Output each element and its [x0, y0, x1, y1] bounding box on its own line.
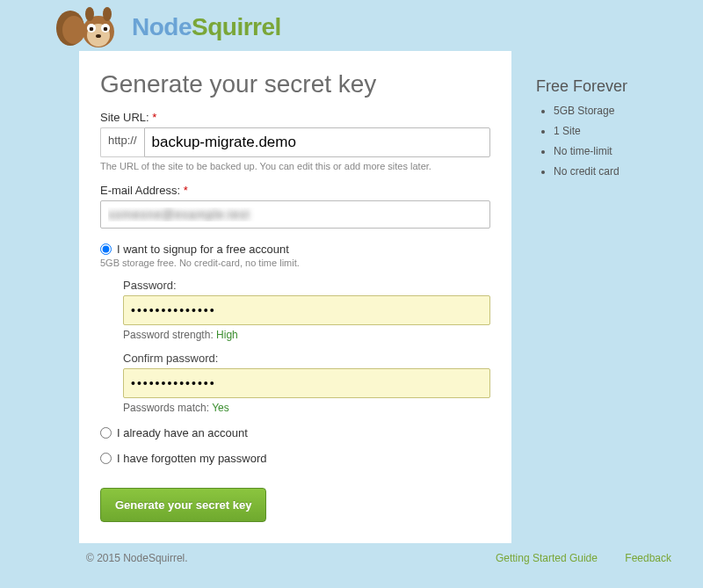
brand-logo: NodeSquirrel [54, 5, 281, 49]
email-field-wrap: E-mail Address: * [100, 184, 490, 229]
sidebar: Free Forever 5GB Storage 1 Site No time-… [536, 51, 685, 185]
forgot-password-label[interactable]: I have forgotten my password [117, 452, 267, 465]
feedback-link[interactable]: Feedback [625, 552, 671, 564]
copyright: © 2015 NodeSquirrel. [86, 552, 188, 564]
sidebar-item: 1 Site [554, 125, 685, 137]
sidebar-item: 5GB Storage [554, 105, 685, 117]
url-prefix: http:// [100, 127, 144, 157]
footer: © 2015 NodeSquirrel. Getting Started Gui… [0, 543, 703, 564]
password-label: Password: [123, 279, 490, 292]
svg-point-10 [103, 7, 112, 21]
sidebar-list: 5GB Storage 1 Site No time-limit No cred… [536, 105, 685, 178]
svg-point-6 [90, 27, 94, 32]
password-block: Password: Password strength: High Confir… [123, 279, 490, 414]
password-strength: Password strength: High [123, 329, 490, 341]
have-account-label[interactable]: I already have an account [117, 426, 248, 439]
confirm-password-label: Confirm password: [123, 352, 490, 365]
confirm-password-input[interactable] [123, 368, 490, 398]
signup-radio-label[interactable]: I want to signup for a free account [117, 243, 289, 256]
site-url-field: Site URL: * http:// The URL of the site … [100, 111, 490, 171]
signup-subtext: 5GB storage free. No credit-card, no tim… [100, 258, 490, 268]
squirrel-icon [54, 5, 127, 49]
sidebar-item: No time-limit [554, 145, 685, 157]
getting-started-link[interactable]: Getting Started Guide [496, 552, 598, 564]
site-url-input[interactable] [144, 127, 490, 157]
have-account-radio[interactable] [100, 427, 112, 439]
forgot-password-radio[interactable] [100, 453, 112, 464]
svg-point-8 [96, 34, 101, 38]
brand-text: NodeSquirrel [132, 13, 281, 41]
signup-radio[interactable] [100, 243, 112, 255]
site-url-label: Site URL: * [100, 111, 490, 124]
page-title: Generate your secret key [100, 70, 490, 98]
svg-point-7 [104, 27, 108, 32]
site-url-help: The URL of the site to be backed up. You… [100, 161, 490, 171]
sidebar-title: Free Forever [536, 77, 685, 96]
form-card: Generate your secret key Site URL: * htt… [79, 51, 511, 543]
svg-point-1 [62, 16, 85, 44]
password-input[interactable] [123, 295, 490, 325]
password-match: Passwords match: Yes [123, 402, 490, 414]
sidebar-item: No credit card [554, 165, 685, 178]
email-field[interactable] [100, 200, 490, 229]
email-label: E-mail Address: * [100, 184, 490, 197]
generate-key-button[interactable]: Generate your secret key [100, 488, 266, 522]
svg-point-9 [85, 7, 94, 21]
